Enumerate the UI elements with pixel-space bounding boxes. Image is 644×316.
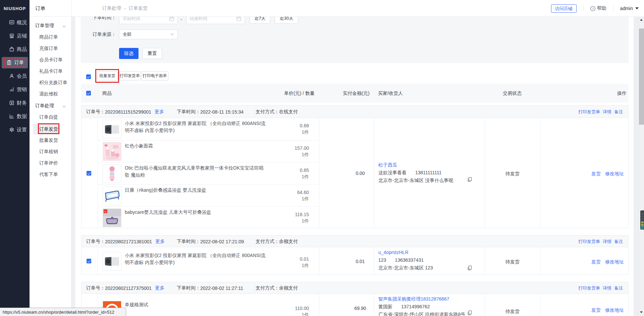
product-name[interactable]: 单规格测试 [125,301,269,308]
submenu-item-order-shipping[interactable]: 订单发货 [30,124,71,135]
ship-link[interactable]: 发货 [591,307,601,313]
sidebar-item-orders[interactable]: 订单 [2,57,28,68]
breadcrumb-parent[interactable]: 订单处理 [102,5,121,11]
note-link[interactable]: 备注 [614,239,623,245]
help-button[interactable]: ? 帮助 [590,5,606,11]
detail-link[interactable]: 详情 [603,239,611,245]
submenu-item-label: 会员卡订单 [39,57,63,63]
data-icon [9,114,14,119]
product-price-qty: 64.601件 [297,189,309,202]
scrollbar-thumb[interactable] [639,28,644,125]
order-header-links: 打印发货单 详情 备注 [576,236,623,247]
submenu-item-proxy-order[interactable]: 代客下单 [30,169,71,180]
sidebar-item-members[interactable]: 会员 [2,70,28,82]
modify-address-link[interactable]: 修改地址 [605,171,624,176]
finance-icon [9,100,14,106]
copy-icon[interactable] [467,177,472,182]
submenu-item-label: 订单评价 [39,160,58,166]
sidebar-item-data[interactable]: 数据 [2,111,28,122]
product-name[interactable]: babycare婴儿洗澡盆 儿童大号可折叠浴盆 [125,209,269,216]
sidebar-item-label: 订单 [14,60,24,66]
visit-shop-button[interactable]: 访问店铺 [551,4,577,13]
dashboard-icon [9,20,14,25]
order-header-links: 打印发货单 详情 备注 [576,106,623,118]
print-invoice-button[interactable]: 打印发货单 [119,71,141,80]
product-image-tub-purple[interactable]: bc [103,208,121,227]
product-image-tub-blue[interactable] [103,186,121,205]
submenu-item-member-card-orders[interactable]: 会员卡订单 [30,54,71,66]
product-name[interactable]: 小米 米家投影仪2 投影仪家用 家庭影院 （全向自动矫正 800ANSI流明不虚… [125,120,269,134]
print-invoice-link[interactable]: 打印发货单 [578,109,600,115]
more-link[interactable]: 更多 [155,285,164,291]
print-invoice-link[interactable]: 打印发货单 [578,285,600,291]
select-all-checkbox[interactable] [86,74,91,79]
product-image-projector[interactable] [103,252,121,270]
product-name-line1: 红色小象面霜 [125,142,269,149]
more-link[interactable]: 更多 [155,109,164,115]
order-header: 订单号： 202208111515299001 更多 下单时间： 2022-08… [82,106,628,118]
buyer-nick-link[interactable]: 松子西瓜 [378,161,472,169]
buyer-nick-link[interactable]: 智声集团采购黄经理18312876667 [378,295,472,303]
note-link[interactable]: 备注 [614,109,623,115]
submenu-item-order-pickup[interactable]: 订单自提 [30,112,71,123]
print-eorder-button[interactable]: 打印电子面单 [141,71,168,80]
submenu-group-label: 订单处理 [35,103,54,109]
user-menu[interactable]: admin [620,6,639,11]
product-row: bc babycare婴儿洗澡盆 儿童大号可折叠浴盆 118.151件 [98,206,319,229]
product-name[interactable]: 红色小象面霜 [125,142,269,149]
submenu-item-refunds[interactable]: 退款维权 [30,88,71,100]
sidebar-item-overview[interactable]: 概况 [2,17,28,28]
detail-link[interactable]: 详情 [603,109,611,115]
modify-address-link[interactable]: 修改地址 [605,307,624,313]
shop-icon [9,33,14,39]
product-name-line1: Otic 巴拉啦小魔仙联名麦克风儿童早教家用一体卡拉OK宝宝话筒唱 [125,165,269,172]
sidebar-item-finance[interactable]: 财务 [2,97,28,109]
product-image-cream[interactable] [103,142,121,161]
submenu-item-batch-shipping[interactable]: 批量发货 [30,135,71,146]
product-qty: 1件 [297,196,309,202]
product-image-projector[interactable] [103,120,121,138]
sidebar-item-settings[interactable]: 设置 [2,124,28,135]
detail-link[interactable]: 详情 [603,285,611,291]
buyer-receiver: 123 [378,257,386,263]
product-image-mic[interactable] [103,164,121,183]
sidebar-item-label: 数据 [17,113,27,120]
filter-reset-button[interactable]: 重置 [143,48,162,59]
buyer-nick-link[interactable]: u_4oprstzHLR [378,249,472,256]
submenu-item-order-reviews[interactable]: 订单评价 [30,157,71,169]
submenu-item-recharge-orders[interactable]: 充值订单 [30,43,71,54]
copy-icon[interactable] [467,310,472,315]
submenu-item-gift-card-orders[interactable]: 礼品卡订单 [30,66,71,77]
submenu-item-product-orders[interactable]: 商品订单 [30,31,71,43]
ship-link[interactable]: 发货 [591,171,601,176]
order-time-group: 下单时间： 2022-08-11 15:15:34 [177,106,244,118]
submenu-item-points-orders[interactable]: 积分兑换订单 [30,77,71,88]
batch-ship-button[interactable]: 批量发货 [97,71,117,80]
order-checkbox[interactable] [87,259,91,263]
order-pay-group: 支付方式： 余额支付 [256,236,298,247]
submenu-group-order-management[interactable]: 订单管理 [30,20,71,31]
scrollbar-up-arrow[interactable] [640,19,643,21]
print-invoice-link[interactable]: 打印发货单 [578,239,600,245]
submenu-item-order-verification[interactable]: 订单核销 [30,146,71,157]
calendar-icon [169,16,174,21]
sidebar-item-shop[interactable]: 店铺 [2,30,28,42]
ship-link[interactable]: 发货 [591,259,601,264]
order-source-select[interactable]: 全部 [119,29,178,39]
submenu-group-order-processing[interactable]: 订单处理 [30,100,71,112]
copy-icon[interactable] [467,265,472,270]
note-link[interactable]: 备注 [614,285,623,291]
product-name[interactable]: 日康（rikang)折叠感温浴盆 婴儿洗澡盆 [125,187,269,194]
order-source-value: 全部 [123,31,170,38]
filter-submit-button[interactable]: 筛选 [119,48,139,59]
product-name[interactable]: Otic 巴拉啦小魔仙联名麦克风儿童早教家用一体卡拉OK宝宝话筒唱歌 魔仙粉 [125,165,269,179]
sidebar-item-marketing[interactable]: 营销 [2,84,28,95]
header-checkbox[interactable] [86,91,91,96]
modify-address-link[interactable]: 修改地址 [605,259,624,264]
sidebar-item-goods[interactable]: 商品 [2,44,28,55]
scrollbar-down-arrow[interactable] [640,311,643,313]
product-row: 红色小象面霜 157.001件 [98,140,319,162]
order-checkbox[interactable] [87,171,91,176]
more-link[interactable]: 更多 [155,239,165,245]
product-name[interactable]: 小米 米家投影仪2 投影仪家用 家庭影院 （全向自动矫正 800ANSI流明不虚… [125,252,269,266]
